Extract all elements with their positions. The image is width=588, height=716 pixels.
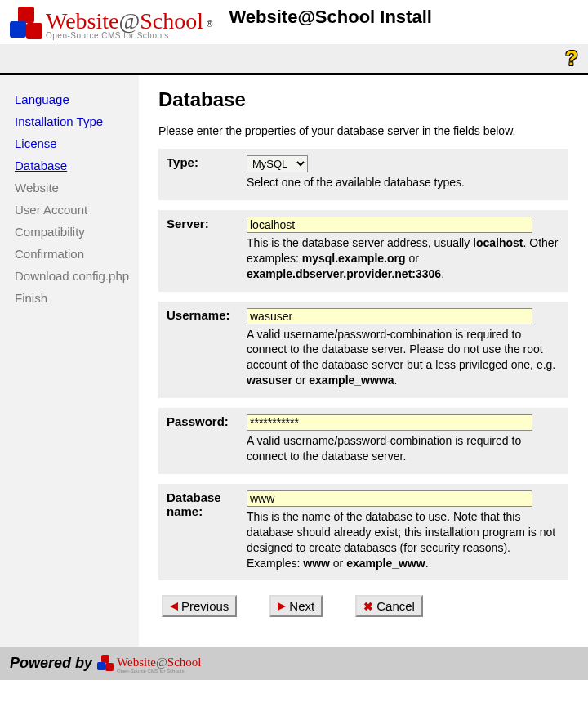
help-icon[interactable]: ? bbox=[565, 46, 578, 71]
row-username: Username: A valid username/password-comb… bbox=[158, 302, 568, 399]
nav-item-compatibility: Compatibility bbox=[15, 221, 131, 243]
nav-item-confirmation: Confirmation bbox=[15, 243, 131, 265]
label-type: Type: bbox=[167, 155, 247, 190]
select-type[interactable]: MySQL bbox=[247, 155, 308, 172]
nav-item-download-config: Download config.php bbox=[15, 265, 131, 287]
arrow-left-icon bbox=[170, 602, 178, 611]
page-header-title: Website@School Install bbox=[229, 7, 431, 28]
footer: Powered by Website@School Open-Source CM… bbox=[0, 647, 588, 680]
page-intro: Please enter the properties of your data… bbox=[158, 124, 568, 137]
nav-item-license[interactable]: License bbox=[15, 132, 131, 154]
input-dbname[interactable] bbox=[247, 490, 532, 507]
powered-by-text: Powered by bbox=[10, 655, 92, 672]
label-password: Password: bbox=[167, 414, 247, 464]
footer-tagline: Open-Source CMS for Schools bbox=[117, 669, 201, 673]
nav-item-installation-type[interactable]: Installation Type bbox=[15, 110, 131, 132]
nav-item-database[interactable]: Database bbox=[15, 154, 131, 177]
topbar: ? bbox=[0, 44, 588, 75]
header: Website@School Open-Source CMS for Schoo… bbox=[0, 0, 588, 44]
puzzle-icon bbox=[10, 7, 44, 41]
footer-puzzle-icon bbox=[97, 655, 115, 673]
row-dbname: Database name: This is the name of the d… bbox=[158, 484, 568, 581]
label-server: Server: bbox=[167, 217, 247, 282]
arrow-right-icon bbox=[278, 602, 286, 611]
page-title: Database bbox=[158, 88, 568, 111]
desc-server: This is the database server address, usu… bbox=[247, 235, 560, 282]
input-password[interactable] bbox=[247, 414, 532, 431]
desc-type: Select one of the available database typ… bbox=[247, 175, 560, 190]
previous-button[interactable]: Previous bbox=[162, 595, 237, 617]
button-row: Previous Next ✖Cancel bbox=[158, 590, 568, 633]
main-content: Database Please enter the properties of … bbox=[139, 75, 588, 647]
registered-mark: ® bbox=[207, 20, 212, 29]
label-dbname: Database name: bbox=[167, 490, 247, 571]
label-username: Username: bbox=[167, 308, 247, 389]
logo: Website@School Open-Source CMS for Schoo… bbox=[10, 7, 212, 41]
cancel-button[interactable]: ✖Cancel bbox=[355, 595, 423, 617]
footer-logo: Website@School Open-Source CMS for Schoo… bbox=[97, 653, 201, 673]
nav-item-website: Website bbox=[15, 177, 131, 199]
nav-item-finish: Finish bbox=[15, 287, 131, 309]
row-type: Type: MySQL Select one of the available … bbox=[158, 149, 568, 200]
logo-text: Website@School bbox=[46, 8, 203, 34]
desc-username: A valid username/password-combination is… bbox=[247, 327, 560, 389]
next-button[interactable]: Next bbox=[270, 595, 323, 617]
row-password: Password: A valid username/password-comb… bbox=[158, 408, 568, 474]
desc-dbname: This is the name of the database to use.… bbox=[247, 509, 560, 571]
nav-item-language[interactable]: Language bbox=[15, 88, 131, 110]
input-username[interactable] bbox=[247, 308, 532, 324]
close-icon: ✖ bbox=[363, 600, 373, 613]
sidebar: Language Installation Type License Datab… bbox=[0, 75, 139, 647]
input-server[interactable] bbox=[247, 217, 532, 233]
footer-brand-text: Website@School bbox=[117, 656, 201, 669]
nav-item-user-account: User Account bbox=[15, 199, 131, 221]
desc-password: A valid username/password-combination is… bbox=[247, 433, 560, 464]
row-server: Server: This is the database server addr… bbox=[158, 210, 568, 292]
